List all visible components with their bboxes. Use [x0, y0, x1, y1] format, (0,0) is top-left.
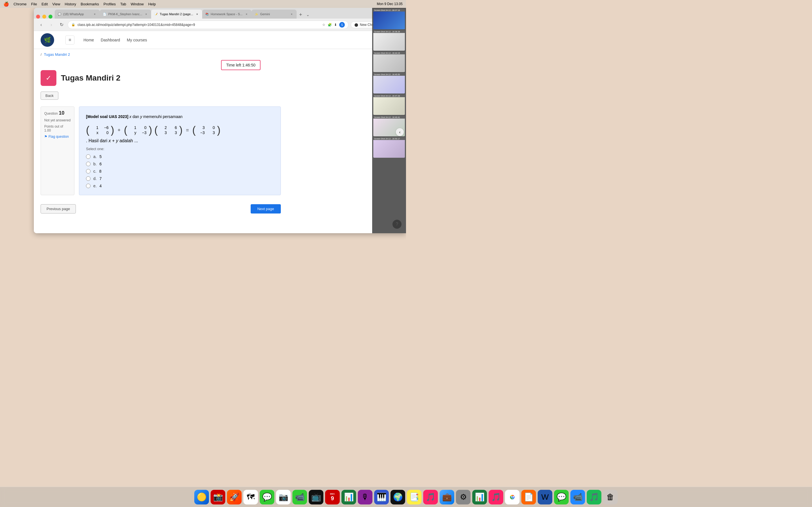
menubar-tab[interactable]: Tab	[120, 2, 126, 6]
m2-r2c1: y	[130, 130, 137, 135]
page-title-block: ✓ Tugas Mandiri 2	[41, 70, 281, 86]
bracket-right-4: )	[217, 125, 220, 135]
tab-close-pkm[interactable]: ×	[144, 12, 148, 16]
thumb-item-0[interactable]: Screen Shot 24-12...08.07.16	[373, 9, 405, 29]
radio-e[interactable]	[86, 184, 91, 188]
menubar-chrome[interactable]: Chrome	[13, 2, 27, 6]
menubar-view[interactable]: View	[52, 2, 60, 6]
intro-dan: dan	[133, 114, 140, 119]
back-button[interactable]: ‹	[37, 21, 45, 29]
tab-close-homework[interactable]: ×	[244, 12, 249, 16]
nav-buttons: Previous page Next page	[41, 204, 281, 214]
breadcrumb-link[interactable]: Tugas Mandiri 2	[44, 52, 70, 57]
tab-whatsapp[interactable]: 💬 (18) WhatsApp ×	[55, 10, 100, 18]
reload-button[interactable]: ↻	[57, 21, 65, 29]
question-area: Question 10 Not yet answered Points out …	[41, 107, 281, 195]
radio-b[interactable]	[86, 162, 91, 166]
flag-question-link[interactable]: ⚑ Flag question	[44, 135, 71, 138]
tab-favicon-pkm: 📄	[103, 12, 107, 16]
menubar-edit[interactable]: Edit	[42, 2, 48, 6]
question-points-value: 1.00	[44, 128, 51, 132]
option-e-value: 4	[100, 184, 102, 188]
intro-y: y	[140, 114, 142, 119]
toolbar: ‹ › ↻ 🔒 class.ipb.ac.id/mod/quiz/attempt…	[34, 18, 406, 31]
bracket-right-1: )	[111, 125, 114, 135]
option-c[interactable]: c. 8	[86, 169, 274, 173]
menubar-help[interactable]: Help	[148, 2, 156, 6]
tab-tugas[interactable]: 📝 Tugas Mandiri 2 (page... ×	[151, 10, 202, 18]
matrix1: ( 1 −6 x 0 )	[86, 124, 114, 136]
option-d[interactable]: d. 7	[86, 176, 274, 181]
option-e[interactable]: e. 4	[86, 184, 274, 188]
option-d-value: 7	[100, 176, 102, 181]
option-a[interactable]: a. 5	[86, 154, 274, 159]
option-list: a. 5 b. 6 c. 8	[86, 154, 274, 188]
option-b[interactable]: b. 6	[86, 162, 274, 166]
tab-close-tugas[interactable]: ×	[195, 12, 199, 16]
thumb-title-6: Screen Shot 24-12...16.50.17	[373, 137, 405, 140]
bracket-left-4: (	[192, 125, 196, 135]
security-icon: 🔒	[71, 23, 75, 26]
menubar-profiles[interactable]: Profiles	[103, 2, 116, 6]
nav-dashboard[interactable]: Dashboard	[101, 38, 120, 42]
tab-overflow-button[interactable]: ⌄	[305, 11, 311, 18]
chrome-icon: ⬤	[354, 23, 358, 27]
previous-page-button[interactable]: Previous page	[41, 204, 76, 214]
page-icon-symbol: ✓	[46, 74, 51, 82]
question-status: Not yet answered	[44, 118, 71, 122]
m1-r1c2: −6	[102, 125, 109, 130]
option-c-value: 8	[99, 169, 101, 173]
tab-homework[interactable]: 📚 Homework Space - S... ×	[202, 10, 252, 18]
extension-icon[interactable]: 🧩	[327, 23, 332, 27]
toc-button[interactable]: ≡	[65, 36, 74, 45]
apple-menu[interactable]: 🍎	[3, 1, 9, 7]
question-number-value: 10	[59, 110, 64, 116]
m3-r2c2: 3	[170, 130, 177, 135]
tab-label-gemini: Gemini	[260, 12, 270, 16]
thumb-title-2: Screen Shot 24-12...16.44.19	[373, 52, 405, 54]
thumb-item-2[interactable]: Screen Shot 24-12...16.44.19	[373, 52, 405, 72]
menubar-file[interactable]: File	[31, 2, 37, 6]
tab-pkm[interactable]: 📄 PKM-K_Stephen Ivanc... ×	[100, 10, 151, 18]
window-close[interactable]	[36, 15, 40, 18]
bookmark-icon[interactable]: ☆	[322, 23, 325, 27]
tab-label-whatsapp: (18) WhatsApp	[63, 12, 84, 16]
tab-close-gemini[interactable]: ×	[289, 12, 294, 16]
thumb-item-4[interactable]: Screen Shot 24-12...16.47.28	[373, 95, 405, 115]
browser-window: 💬 (18) WhatsApp × 📄 PKM-K_Stephen Ivanc.…	[34, 8, 406, 233]
thumb-item-3[interactable]: Screen Shot 24-12...16.45.50	[373, 73, 405, 94]
download-icon[interactable]: ⬇	[334, 23, 337, 27]
new-tab-button[interactable]: +	[297, 11, 305, 18]
next-page-button[interactable]: Next page	[251, 204, 281, 214]
breadcrumb-sep: /	[41, 52, 42, 57]
profile-icon[interactable]: S	[339, 22, 345, 27]
window-maximize[interactable]	[49, 15, 52, 18]
menubar-history[interactable]: History	[65, 2, 76, 6]
radio-c[interactable]	[86, 169, 91, 173]
m3-r1c2: 6	[170, 125, 177, 130]
window-minimize[interactable]	[42, 15, 46, 18]
thumb-item-1[interactable]: Screen Shot 24-12...16.38.28	[373, 31, 405, 51]
address-bar[interactable]: 🔒 class.ipb.ac.id/mod/quiz/attempt.php?a…	[68, 20, 349, 29]
tab-gemini[interactable]: ✨ Gemini ×	[252, 10, 297, 18]
forward-button[interactable]: ›	[47, 21, 55, 29]
m1-r2c2: 0	[102, 130, 109, 135]
nav-home[interactable]: Home	[84, 38, 94, 42]
menubar-window[interactable]: Window	[131, 2, 144, 6]
m2-r1c2: 0	[140, 125, 147, 130]
sidebar-toggle-button[interactable]: ‹	[396, 128, 404, 136]
question-content-panel: [Model soal UAS 2023] x dan y memenuhi p…	[79, 107, 281, 195]
thumb-preview-3	[373, 76, 405, 94]
tab-close-whatsapp[interactable]: ×	[93, 12, 97, 16]
result-text: . Hasil dari x + y adalah ...	[86, 138, 138, 144]
thumb-item-6[interactable]: Screen Shot 24-12...16.50.17	[373, 137, 405, 158]
question-number-label: Question 10	[44, 110, 71, 116]
back-button-page[interactable]: Back	[41, 92, 58, 100]
radio-d[interactable]	[86, 176, 91, 181]
radio-a[interactable]	[86, 154, 91, 159]
question-intro: [Model soal UAS 2023] x dan y memenuhi p…	[86, 114, 274, 120]
m4-r1c1: 3	[198, 125, 205, 130]
nav-courses[interactable]: My courses	[127, 38, 147, 42]
site-logo: 🌿	[41, 33, 54, 47]
menubar-bookmarks[interactable]: Bookmarks	[81, 2, 99, 6]
